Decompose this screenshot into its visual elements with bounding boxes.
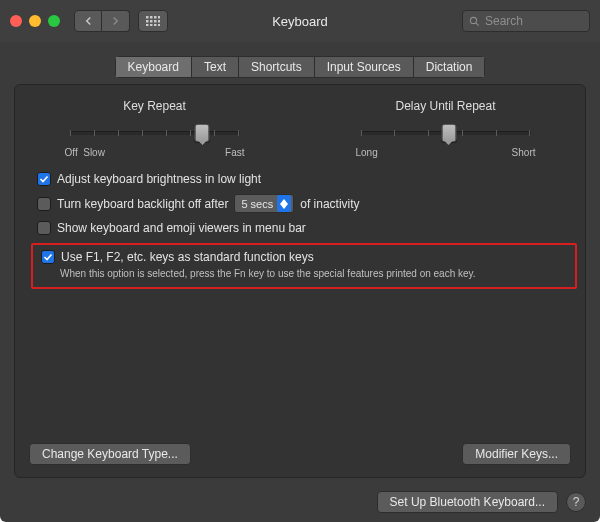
backlight-off-prefix: Turn keyboard backlight off after xyxy=(57,197,228,211)
fn-keys-label: Use F1, F2, etc. keys as standard functi… xyxy=(61,250,314,264)
svg-rect-8 xyxy=(146,24,149,26)
tab-text[interactable]: Text xyxy=(191,56,238,78)
show-all-button[interactable] xyxy=(138,10,168,32)
search-input[interactable]: Search xyxy=(462,10,590,32)
stepper-icon xyxy=(277,195,291,212)
fn-keys-highlight: Use F1, F2, etc. keys as standard functi… xyxy=(31,243,577,289)
svg-rect-6 xyxy=(154,20,157,23)
titlebar: Keyboard Search xyxy=(0,0,600,42)
tab-keyboard[interactable]: Keyboard xyxy=(115,56,191,78)
check-icon xyxy=(43,252,53,262)
show-viewers-checkbox[interactable] xyxy=(37,221,51,235)
tab-bar: Keyboard Text Shortcuts Input Sources Di… xyxy=(14,56,586,78)
backlight-delay-select[interactable]: 5 secs xyxy=(234,194,294,213)
adjust-brightness-label: Adjust keyboard brightness in low light xyxy=(57,172,261,186)
modifier-keys-button[interactable]: Modifier Keys... xyxy=(462,443,571,465)
fn-keys-subtext: When this option is selected, press the … xyxy=(41,267,567,280)
svg-rect-2 xyxy=(154,16,157,19)
svg-rect-1 xyxy=(150,16,153,19)
adjust-brightness-checkbox[interactable] xyxy=(37,172,51,186)
svg-rect-11 xyxy=(158,24,160,26)
forward-button[interactable] xyxy=(102,10,130,32)
svg-rect-3 xyxy=(158,16,160,19)
svg-rect-4 xyxy=(146,20,149,23)
back-button[interactable] xyxy=(74,10,102,32)
help-button[interactable]: ? xyxy=(566,492,586,512)
tab-dictation[interactable]: Dictation xyxy=(413,56,486,78)
svg-line-13 xyxy=(476,22,479,25)
tab-shortcuts[interactable]: Shortcuts xyxy=(238,56,314,78)
key-repeat-slider[interactable] xyxy=(70,123,240,143)
key-repeat-label: Key Repeat xyxy=(123,99,186,113)
backlight-off-checkbox[interactable] xyxy=(37,197,51,211)
svg-rect-7 xyxy=(158,20,160,23)
minimize-icon[interactable] xyxy=(29,15,41,27)
delay-slider[interactable] xyxy=(361,123,531,143)
search-icon xyxy=(469,16,480,27)
svg-point-12 xyxy=(470,17,476,23)
zoom-icon[interactable] xyxy=(48,15,60,27)
svg-rect-9 xyxy=(150,24,153,26)
search-placeholder: Search xyxy=(485,14,523,28)
svg-rect-10 xyxy=(154,24,157,26)
tab-input-sources[interactable]: Input Sources xyxy=(314,56,413,78)
change-keyboard-type-button[interactable]: Change Keyboard Type... xyxy=(29,443,191,465)
bluetooth-keyboard-button[interactable]: Set Up Bluetooth Keyboard... xyxy=(377,491,558,513)
fn-keys-checkbox[interactable] xyxy=(41,250,55,264)
svg-rect-5 xyxy=(150,20,153,23)
check-icon xyxy=(39,174,49,184)
svg-rect-0 xyxy=(146,16,149,19)
show-viewers-label: Show keyboard and emoji viewers in menu … xyxy=(57,221,306,235)
settings-panel: Key Repeat Off Slow Fast Delay Until Rep… xyxy=(14,84,586,478)
backlight-off-suffix: of inactivity xyxy=(300,197,359,211)
close-icon[interactable] xyxy=(10,15,22,27)
delay-label: Delay Until Repeat xyxy=(395,99,495,113)
